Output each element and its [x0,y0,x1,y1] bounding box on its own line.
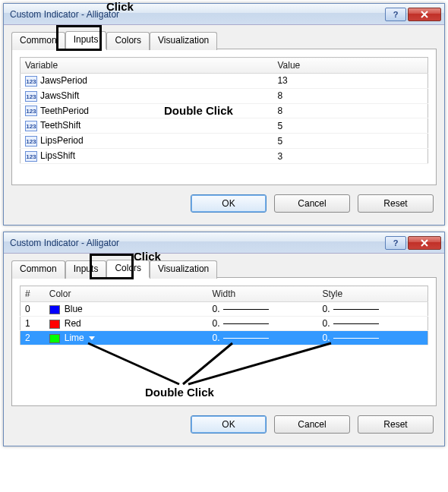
col-color[interactable]: Color [45,286,208,302]
col-value[interactable]: Value [273,58,427,74]
tab-common[interactable]: Common [11,260,65,279]
tab-colors[interactable]: Colors [106,32,150,50]
width-value[interactable]: 0. [213,304,220,314]
variable-value[interactable]: 8 [273,103,427,118]
table-row[interactable]: 123JawsShift8 [21,88,428,103]
number-icon: 123 [25,76,37,87]
cancel-button[interactable]: Cancel [274,415,350,434]
number-icon: 123 [25,91,37,102]
table-row[interactable]: 123TeethPeriod8 [21,103,428,118]
tab-visualization[interactable]: Visualization [150,260,217,279]
reset-button[interactable]: Reset [358,194,434,213]
button-row: OK Cancel Reset [11,406,437,438]
table-row[interactable]: 123LipsPeriod5 [21,134,428,149]
variable-value[interactable]: 13 [273,74,427,89]
row-index: 0 [21,302,45,317]
variable-name: JawsShift [40,90,79,101]
number-icon: 123 [25,136,37,147]
close-icon [420,239,429,247]
reset-button[interactable]: Reset [358,415,434,434]
svg-line-0 [88,343,179,384]
dialog-colors: Custom Indicator - Alligator ? Common In… [3,232,445,446]
line-sample-icon [223,338,269,339]
inputs-table[interactable]: Variable Value 123JawsPeriod13123JawsShi… [20,57,428,164]
help-button[interactable]: ? [385,8,406,21]
row-index: 1 [21,317,45,331]
tab-strip: Common Inputs Colors Visualization [11,31,437,49]
number-icon: 123 [25,151,37,162]
color-name: Lime [65,333,84,343]
style-value[interactable]: 0. [323,318,330,329]
tab-colors[interactable]: Colors [106,260,150,278]
ok-button[interactable]: OK [191,194,267,213]
col-style[interactable]: Style [318,286,428,302]
number-icon: 123 [25,106,37,116]
chevron-down-icon[interactable] [89,336,95,340]
annotation-double-click: Double Click [145,386,214,399]
dialog-inputs: Custom Indicator - Alligator ? Common In… [3,3,445,226]
number-icon: 123 [25,121,37,131]
line-sample-icon [333,309,379,310]
help-button[interactable]: ? [385,236,406,250]
close-button[interactable] [408,8,441,21]
tab-inputs[interactable]: Inputs [65,260,107,279]
variable-name: JawsPeriod [40,75,87,86]
button-row: OK Cancel Reset [11,185,437,217]
variable-name: TeethPeriod [40,106,89,116]
width-value[interactable]: 0. [213,318,220,329]
table-row[interactable]: 123JawsPeriod13 [21,74,428,89]
color-swatch[interactable] [49,334,60,343]
svg-line-2 [188,343,331,384]
close-button[interactable] [408,236,441,250]
tab-strip: Common Inputs Colors Visualization [11,260,437,278]
line-sample-icon [333,323,379,324]
color-name: Red [65,318,81,329]
table-row[interactable]: 123TeethShift5 [21,118,428,134]
col-variable[interactable]: Variable [21,58,273,74]
col-index[interactable]: # [21,286,45,302]
colors-panel: # Color Width Style 0Blue0.0.1Red0.0.2Li… [11,277,437,406]
style-value[interactable]: 0. [323,304,330,314]
tab-visualization[interactable]: Visualization [150,32,217,50]
tab-common[interactable]: Common [11,32,65,50]
table-row[interactable]: 1Red0.0. [21,317,428,331]
table-row[interactable]: 2Lime0.0. [21,331,428,345]
colors-table[interactable]: # Color Width Style 0Blue0.0.1Red0.0.2Li… [20,285,428,345]
variable-value[interactable]: 5 [273,118,427,134]
titlebar[interactable]: Custom Indicator - Alligator ? [4,232,444,254]
window-title: Custom Indicator - Alligator [10,9,383,20]
variable-name: LipsShift [40,150,75,161]
line-sample-icon [223,309,269,310]
titlebar[interactable]: Custom Indicator - Alligator ? [4,4,444,25]
table-row[interactable]: 0Blue0.0. [21,302,428,317]
variable-name: TeethShift [40,120,80,131]
width-value[interactable]: 0. [213,333,220,343]
variable-value[interactable]: 8 [273,88,427,103]
row-index: 2 [21,331,45,345]
style-value[interactable]: 0. [323,333,330,343]
inputs-panel: Variable Value 123JawsPeriod13123JawsShi… [11,49,437,185]
col-width[interactable]: Width [208,286,318,302]
svg-line-1 [183,343,232,384]
window-title: Custom Indicator - Alligator [10,238,383,248]
ok-button[interactable]: OK [191,415,267,434]
color-name: Blue [65,304,83,314]
line-sample-icon [223,323,269,324]
color-swatch[interactable] [49,305,60,314]
variable-name: LipsPeriod [40,135,84,146]
tab-inputs[interactable]: Inputs [65,31,107,49]
cancel-button[interactable]: Cancel [274,194,350,213]
color-swatch[interactable] [49,320,60,329]
close-icon [420,11,429,18]
variable-value[interactable]: 3 [273,149,427,164]
line-sample-icon [333,338,379,339]
table-row[interactable]: 123LipsShift3 [21,149,428,164]
variable-value[interactable]: 5 [273,134,427,149]
